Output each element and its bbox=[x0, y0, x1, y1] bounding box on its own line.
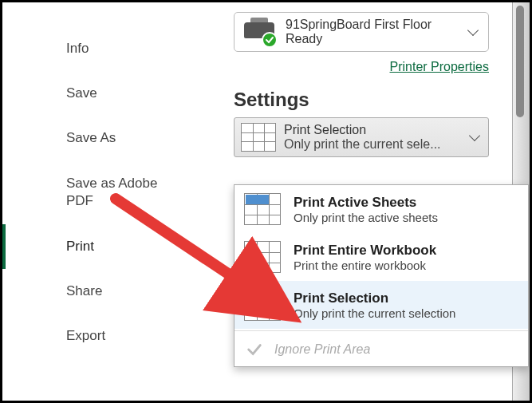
sidebar-label: Save bbox=[66, 85, 97, 101]
check-icon bbox=[262, 32, 278, 48]
sidebar-item-print[interactable]: Print bbox=[2, 224, 186, 269]
printer-status: Ready bbox=[286, 32, 469, 46]
sidebar-label: Share bbox=[66, 283, 102, 298]
option-print-active-sheets[interactable]: Print Active Sheets Only print the activ… bbox=[234, 185, 528, 233]
sheet-selection-icon bbox=[241, 123, 276, 152]
backstage-sidebar: Info Save Save As Save as Adobe PDF Prin… bbox=[2, 2, 186, 401]
sidebar-label: Info bbox=[66, 41, 89, 56]
print-what-selector[interactable]: Print Selection Only print the current s… bbox=[234, 117, 489, 157]
check-icon bbox=[246, 341, 263, 358]
sidebar-item-share[interactable]: Share bbox=[2, 269, 186, 314]
printer-icon bbox=[242, 18, 276, 46]
option-title: Print Selection bbox=[294, 290, 518, 306]
printer-name: 91SpringBoard First Floor bbox=[286, 18, 469, 32]
print-panel: 91SpringBoard First Floor Ready Printer … bbox=[186, 2, 530, 401]
print-what-dropdown: Print Active Sheets Only print the activ… bbox=[234, 184, 529, 367]
option-title: Print Entire Workbook bbox=[294, 243, 518, 259]
settings-heading: Settings bbox=[234, 89, 515, 111]
sheet-selection-icon bbox=[244, 289, 281, 321]
separator bbox=[234, 330, 528, 331]
chevron-down-icon bbox=[469, 130, 480, 141]
printer-selector[interactable]: 91SpringBoard First Floor Ready bbox=[234, 12, 489, 52]
sidebar-label: Export bbox=[66, 328, 105, 343]
scrollbar-thumb[interactable] bbox=[516, 6, 524, 117]
option-sub: Only print the current selection bbox=[294, 306, 518, 320]
sheet-active-icon bbox=[244, 193, 281, 225]
option-print-selection[interactable]: Print Selection Only print the current s… bbox=[234, 281, 528, 329]
option-sub: Only print the active sheets bbox=[294, 211, 518, 224]
sidebar-item-save-as-pdf[interactable]: Save as Adobe PDF bbox=[2, 160, 186, 224]
sidebar-label: Save As bbox=[66, 130, 116, 145]
option-ignore-print-area: Ignore Print Area bbox=[234, 333, 528, 366]
print-what-sub: Only print the current sele... bbox=[284, 137, 451, 152]
printer-properties-link[interactable]: Printer Properties bbox=[390, 60, 490, 73]
sidebar-label: Print bbox=[66, 239, 94, 254]
sidebar-label: Save as Adobe PDF bbox=[66, 176, 157, 208]
sidebar-item-save[interactable]: Save bbox=[2, 71, 186, 116]
option-title: Print Active Sheets bbox=[294, 195, 518, 211]
sheet-workbook-icon bbox=[244, 241, 281, 273]
print-what-title: Print Selection bbox=[284, 123, 471, 137]
ignore-label: Ignore Print Area bbox=[274, 342, 370, 357]
sidebar-item-save-as[interactable]: Save As bbox=[2, 116, 186, 160]
sidebar-item-info[interactable]: Info bbox=[2, 26, 186, 71]
option-sub: Print the entire workbook bbox=[294, 259, 518, 272]
sidebar-item-export[interactable]: Export bbox=[2, 314, 186, 358]
option-print-entire-workbook[interactable]: Print Entire Workbook Print the entire w… bbox=[234, 233, 528, 281]
chevron-down-icon bbox=[467, 25, 479, 36]
